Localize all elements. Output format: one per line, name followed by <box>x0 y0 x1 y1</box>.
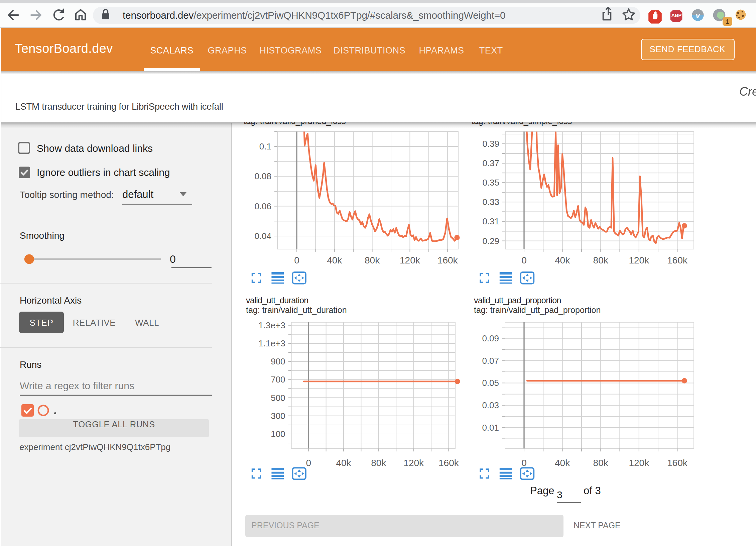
svg-text:0.1: 0.1 <box>259 141 271 151</box>
svg-text:1.1e+3: 1.1e+3 <box>258 338 285 348</box>
svg-text:120k: 120k <box>403 458 424 468</box>
svg-text:300: 300 <box>271 411 285 421</box>
svg-text:0: 0 <box>294 255 299 265</box>
svg-text:0.35: 0.35 <box>482 178 499 188</box>
svg-text:160k: 160k <box>667 458 688 468</box>
svg-text:0.09: 0.09 <box>482 333 499 343</box>
svg-text:160k: 160k <box>438 458 459 468</box>
svg-text:0.29: 0.29 <box>482 236 499 246</box>
svg-text:0.05: 0.05 <box>482 378 499 388</box>
svg-text:120k: 120k <box>629 255 649 265</box>
svg-text:valid_utt_duration: valid_utt_duration <box>246 296 308 305</box>
svg-text:100: 100 <box>271 429 285 439</box>
svg-text:tag: train/valid_utt_duration: tag: train/valid_utt_duration <box>246 305 347 315</box>
svg-text:valid_utt_pad_proportion: valid_utt_pad_proportion <box>474 296 561 305</box>
svg-text:0.04: 0.04 <box>254 231 271 241</box>
svg-text:900: 900 <box>271 356 285 366</box>
svg-text:80k: 80k <box>371 458 386 468</box>
svg-text:0.31: 0.31 <box>482 216 499 226</box>
svg-text:40k: 40k <box>555 458 570 468</box>
svg-text:120k: 120k <box>629 458 649 468</box>
svg-text:700: 700 <box>271 374 285 385</box>
svg-text:0.39: 0.39 <box>482 139 499 149</box>
svg-text:0.03: 0.03 <box>482 400 499 410</box>
svg-text:40k: 40k <box>336 458 351 468</box>
svg-text:1.3e+3: 1.3e+3 <box>258 320 285 330</box>
svg-text:80k: 80k <box>365 255 380 265</box>
svg-text:80k: 80k <box>593 255 609 265</box>
svg-text:0.01: 0.01 <box>482 423 499 433</box>
svg-text:40k: 40k <box>555 255 570 265</box>
svg-text:160k: 160k <box>667 255 688 265</box>
svg-text:0.08: 0.08 <box>254 171 271 181</box>
svg-text:0.07: 0.07 <box>482 356 499 366</box>
svg-text:160k: 160k <box>437 255 458 265</box>
svg-text:500: 500 <box>271 393 285 403</box>
svg-text:0.33: 0.33 <box>482 197 499 207</box>
svg-text:40k: 40k <box>327 255 342 265</box>
svg-text:120k: 120k <box>400 255 420 265</box>
svg-text:0.37: 0.37 <box>482 158 499 168</box>
svg-text:0: 0 <box>521 255 527 265</box>
svg-text:0: 0 <box>306 458 311 468</box>
svg-text:tag: train/valid_utt_pad_propo: tag: train/valid_utt_pad_proportion <box>474 305 601 315</box>
svg-text:0.06: 0.06 <box>254 201 271 211</box>
svg-text:0: 0 <box>521 458 527 468</box>
svg-text:80k: 80k <box>593 458 609 468</box>
